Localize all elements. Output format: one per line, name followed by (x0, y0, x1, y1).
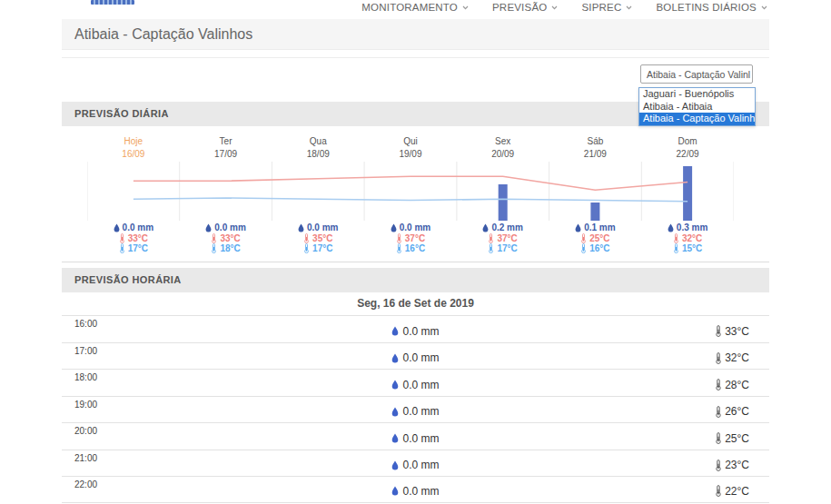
hourly-section-header: PREVISÃO HORÁRIA (62, 268, 769, 292)
thermometer-max-icon (303, 233, 310, 243)
chevron-down-icon (626, 5, 632, 10)
droplet-icon (391, 460, 399, 470)
station-select[interactable]: Atibaia - Captação Valinl ▾ (640, 64, 753, 84)
droplet-icon (391, 486, 399, 496)
nav-label: BOLETINS DIÁRIOS (656, 2, 757, 13)
day-name: Sex (457, 136, 549, 146)
day-name: Qua (272, 136, 364, 146)
hourly-temp-value: 33°C (725, 325, 749, 338)
daily-tmax-value: 33°C (220, 233, 240, 243)
daily-tmin-value: 17°C (312, 243, 332, 253)
thermometer-icon (715, 406, 722, 418)
nav-previsao[interactable]: PREVISÃO (492, 2, 558, 13)
droplet-icon (114, 223, 120, 232)
thermometer-icon (715, 352, 722, 364)
nav-label: MONITORAMENTO (361, 2, 458, 13)
daily-column: Hoje 16/09 0.0 mm 33°C 17°C (87, 126, 180, 262)
droplet-icon (391, 433, 399, 443)
nav-monitoramento[interactable]: MONITORAMENTO (361, 2, 469, 13)
daily-tmin-value: 15°C (682, 243, 702, 253)
nav-siprec[interactable]: SIPREC (581, 2, 632, 13)
droplet-icon (391, 407, 399, 417)
thermometer-min-icon (303, 243, 310, 253)
daily-tmin-value: 16°C (589, 243, 609, 253)
nav-boletins-diarios[interactable]: BOLETINS DIÁRIOS (656, 2, 767, 13)
daily-forecast-panel: Hoje 16/09 0.0 mm 33°C 17°C Ter 17/09 0.… (62, 126, 769, 262)
daily-tmin-value: 17°C (128, 243, 148, 253)
thermometer-min-icon (119, 243, 125, 253)
droplet-icon (482, 223, 489, 232)
chevron-down-icon (551, 5, 558, 10)
hourly-row: 16:00 0.0 mm 33°C (62, 315, 769, 342)
thermometer-icon (715, 379, 722, 390)
hourly-row: 18:00 0.0 mm 28°C (62, 369, 769, 396)
droplet-icon (668, 223, 674, 232)
daily-precip-value: 0.0 mm (214, 222, 245, 232)
thermometer-min-icon (396, 243, 402, 253)
thermometer-max-icon (673, 233, 679, 243)
chevron-down-icon (462, 5, 469, 10)
thermometer-min-icon (580, 243, 587, 253)
thermometer-max-icon (211, 233, 217, 243)
hourly-row: 22:00 0.0 mm 22°C (62, 476, 769, 503)
daily-chart-area: Hoje 16/09 0.0 mm 33°C 17°C Ter 17/09 0.… (87, 126, 734, 262)
dropdown-option-jaguari-buenopolis[interactable]: Jaguari - Buenópolis (639, 88, 755, 101)
hourly-precip-value: 0.0 mm (402, 432, 439, 445)
thermometer-max-icon (119, 233, 125, 243)
daily-column: Dom 22/09 0.3 mm 32°C 15°C (641, 126, 734, 262)
dropdown-option-atibaia-captacao-valinhos[interactable]: Atibaia - Captação Valinhos (639, 113, 755, 125)
daily-tmax-value: 37°C (405, 233, 425, 243)
daily-tmin-value: 18°C (220, 243, 240, 253)
page-title: Atibaia - Captação Valinhos (62, 19, 769, 50)
hourly-temp-value: 26°C (725, 405, 749, 418)
day-date: 17/09 (180, 149, 272, 159)
daily-tmax-value: 32°C (682, 233, 702, 243)
daily-tmin-value: 17°C (497, 243, 517, 253)
station-select-value: Atibaia - Captação Valinl (647, 69, 750, 80)
daily-tmax-value: 37°C (497, 233, 517, 243)
hourly-precip-value: 0.0 mm (402, 405, 439, 418)
thermometer-max-icon (580, 233, 587, 243)
chevron-down-icon (761, 5, 767, 10)
daily-tmax-value: 25°C (589, 233, 609, 243)
daily-column: Sex 20/09 0.2 mm 37°C 17°C (457, 126, 549, 262)
top-navigation: MONITORAMENTO PREVISÃO SIPREC BOLETINS D… (361, 2, 767, 13)
thermometer-min-icon (673, 243, 679, 253)
hourly-table: 16:00 0.0 mm 33°C 17:00 0.0 mm 32°C 18:0… (62, 315, 769, 503)
daily-column: Ter 17/09 0.0 mm 33°C 18°C (180, 126, 272, 262)
hourly-temp-value: 28°C (725, 379, 749, 391)
hourly-temp-value: 22°C (725, 485, 749, 498)
droplet-icon (391, 353, 399, 363)
droplet-icon (391, 223, 397, 232)
thermometer-icon (715, 432, 722, 444)
daily-tmax-value: 33°C (128, 233, 148, 243)
day-date: 22/09 (641, 149, 734, 159)
logo[interactable] (91, 0, 134, 5)
thermometer-min-icon (211, 243, 217, 253)
droplet-icon (391, 380, 399, 390)
hourly-precip-value: 0.0 mm (402, 485, 439, 498)
hourly-temp-value: 32°C (725, 351, 749, 364)
dropdown-option-atibaia-atibaia[interactable]: Atibaia - Atibaia (639, 101, 755, 114)
daily-column: Qui 19/09 0.0 mm 37°C 16°C (364, 126, 457, 262)
daily-column: Sáb 21/09 0.1 mm 25°C 16°C (549, 126, 642, 262)
daily-precip-value: 0.2 mm (491, 222, 522, 232)
droplet-icon (391, 326, 399, 336)
daily-precip-value: 0.1 mm (584, 222, 615, 232)
hourly-date-header: Seg, 16 de Set de 2019 (62, 297, 769, 310)
day-name: Ter (180, 136, 272, 146)
droplet-icon (575, 223, 581, 232)
main-content: Atibaia - Captação Valinhos Atibaia - Ca… (62, 19, 769, 504)
daily-tmin-value: 16°C (405, 243, 425, 253)
day-name: Hoje (87, 136, 180, 146)
daily-column: Qua 18/09 0.0 mm 35°C 17°C (272, 126, 364, 262)
hourly-temp-value: 23°C (725, 459, 749, 471)
thermometer-icon (715, 325, 722, 337)
day-date: 20/09 (457, 149, 549, 159)
thermometer-icon (715, 485, 722, 497)
divider (62, 57, 769, 58)
hourly-row: 17:00 0.0 mm 32°C (62, 342, 769, 370)
day-date: 19/09 (364, 149, 457, 159)
daily-precip-value: 0.0 mm (123, 222, 153, 232)
hourly-row: 21:00 0.0 mm 23°C (62, 450, 769, 477)
